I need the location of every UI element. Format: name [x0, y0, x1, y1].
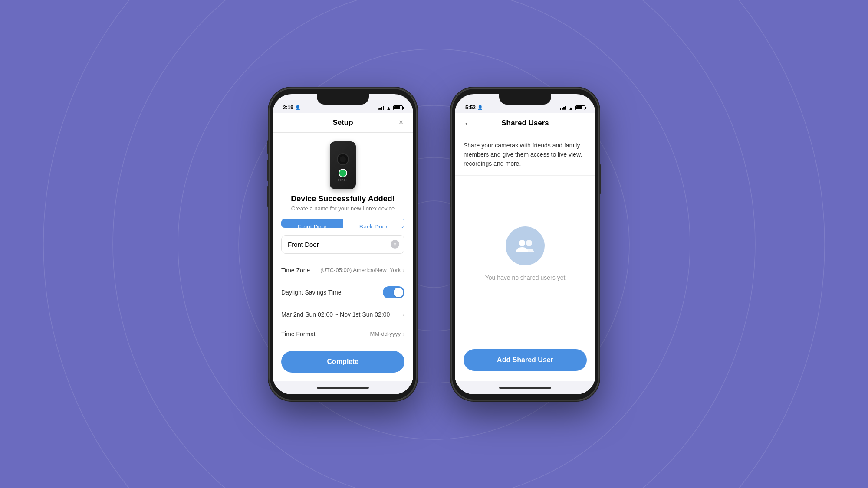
shared-users-header: ← Shared Users	[455, 113, 595, 134]
toggle-knob	[394, 288, 403, 297]
success-section: Device Successfully Added! Create a name…	[273, 194, 413, 219]
clear-input-button[interactable]: ×	[391, 240, 399, 249]
close-button[interactable]: ×	[396, 118, 406, 128]
device-name-wrapper: ×	[281, 235, 404, 254]
add-shared-user-button[interactable]: Add Shared User	[464, 349, 587, 371]
mute-button	[267, 140, 269, 154]
shared-users-title: Shared Users	[477, 119, 573, 128]
dst-toggle[interactable]	[383, 286, 404, 298]
signal-icon	[378, 106, 384, 110]
volume-down-button	[267, 186, 269, 207]
volume-up-button	[267, 160, 269, 181]
phone-setup: 2:19 👤 ▲	[269, 88, 417, 400]
status-icons-right-2: ▲	[560, 105, 585, 111]
wifi-icon-2: ▲	[569, 105, 573, 111]
svg-point-7	[519, 240, 525, 246]
time-display-2: 5:52	[465, 105, 476, 111]
dst-label: Daylight Savings Time	[281, 289, 342, 296]
dst-row[interactable]: Daylight Savings Time	[281, 280, 404, 305]
phone-notch-2	[499, 94, 551, 105]
shared-users-icon-circle	[506, 226, 545, 265]
status-time-left: 2:19 👤	[283, 105, 300, 111]
time-format-value[interactable]: MM-dd-yyyy ›	[370, 331, 404, 337]
setup-content: Setup × LOREX Device Successfully Added!…	[273, 113, 413, 381]
complete-button[interactable]: Complete	[281, 351, 404, 373]
shared-users-content: ← Shared Users Share your cameras with f…	[455, 113, 595, 381]
phone-shared-users: 5:52 👤 ▲	[451, 88, 599, 400]
success-title: Device Successfully Added!	[281, 194, 404, 203]
signal-icon-2	[560, 106, 566, 110]
shared-users-description: Share your cameras with friends and fami…	[455, 134, 595, 176]
shared-empty-state: You have no shared users yet	[455, 176, 595, 349]
timezone-label: Time Zone	[281, 267, 310, 274]
success-subtitle: Create a name for your new Lorex device	[281, 205, 404, 212]
shared-empty-text: You have no shared users yet	[485, 274, 566, 281]
time-format-chevron-icon: ›	[402, 331, 404, 337]
mute-button-2	[450, 140, 451, 154]
timezone-chevron-icon: ›	[402, 267, 404, 274]
power-button	[417, 164, 418, 194]
power-button-2	[599, 164, 601, 194]
time-format-text: MM-dd-yyyy	[370, 331, 401, 337]
timezone-value[interactable]: (UTC-05:00) America/New_York ›	[320, 267, 404, 274]
doorbell-image: LOREX	[330, 141, 356, 189]
doorbell-button-icon	[339, 169, 347, 177]
dst-range-row[interactable]: Mar 2nd Sun 02:00 ~ Nov 1st Sun 02:00 ›	[281, 305, 404, 324]
time-display: 2:19	[283, 105, 293, 111]
time-format-label: Time Format	[281, 331, 316, 337]
name-tabs[interactable]: Front Door Back Door	[281, 219, 404, 228]
lorex-brand-label: LOREX	[338, 179, 348, 181]
device-image-area: LOREX	[273, 133, 413, 194]
timezone-text: (UTC-05:00) America/New_York	[320, 267, 401, 273]
tab-front-door[interactable]: Front Door	[282, 219, 343, 228]
timezone-row[interactable]: Time Zone (UTC-05:00) America/New_York ›	[281, 261, 404, 280]
camera-lens-icon	[337, 153, 349, 165]
setup-title: Setup	[332, 118, 353, 127]
person-icon: 👤	[295, 105, 300, 110]
home-bar-2	[499, 387, 551, 389]
battery-icon-2	[575, 105, 585, 110]
setup-screen: 2:19 👤 ▲	[273, 94, 413, 394]
tab-back-door[interactable]: Back Door	[343, 219, 404, 228]
home-bar	[317, 387, 369, 389]
home-indicator-2	[455, 381, 595, 394]
battery-icon	[393, 105, 403, 110]
phone-notch	[317, 94, 369, 105]
time-format-row[interactable]: Time Format MM-dd-yyyy ›	[281, 324, 404, 344]
users-icon	[514, 235, 536, 257]
volume-down-button-2	[450, 186, 451, 207]
shared-users-screen: 5:52 👤 ▲	[455, 94, 595, 394]
device-form: × Time Zone (UTC-05:00) America/New_York…	[273, 235, 413, 344]
person-icon-2: 👤	[477, 105, 483, 110]
setup-header: Setup ×	[273, 113, 413, 133]
device-name-input[interactable]	[281, 235, 404, 254]
home-indicator	[273, 381, 413, 394]
volume-up-button-2	[450, 160, 451, 181]
wifi-icon: ▲	[386, 105, 391, 111]
dst-range-text: Mar 2nd Sun 02:00 ~ Nov 1st Sun 02:00	[281, 311, 390, 318]
status-time-left-2: 5:52 👤	[465, 105, 483, 111]
phones-container: 2:19 👤 ▲	[269, 88, 599, 400]
status-icons-right: ▲	[378, 105, 403, 111]
svg-point-8	[526, 240, 532, 246]
back-button[interactable]: ←	[464, 118, 472, 128]
dst-range-chevron-icon: ›	[402, 311, 404, 318]
